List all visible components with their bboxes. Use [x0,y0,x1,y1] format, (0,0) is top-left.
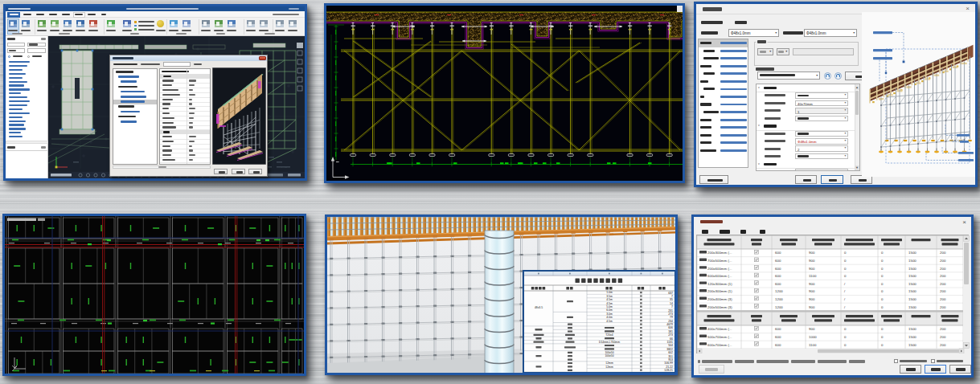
svg-text:600x600mm (...: 600x600mm (... [707,274,732,278]
svg-text:200: 200 [940,327,946,331]
svg-text:4.0m: 4.0m [606,316,613,319]
svg-text:700x500mm (...: 700x500mm (... [707,259,732,263]
svg-text:600x700mm (...: 600x700mm (... [707,343,732,347]
svg-text:200: 200 [940,343,946,347]
svg-text:1500: 1500 [908,289,916,293]
svg-text:7: 7 [671,295,673,298]
svg-text:1500: 1500 [908,327,916,331]
svg-text:1500: 1500 [908,274,916,278]
svg-text:200x300mm (...: 200x300mm (... [707,251,732,255]
svg-text:79: 79 [670,316,673,319]
svg-text:14: 14 [670,302,673,305]
svg-text:48x3.5: 48x3.5 [535,306,543,309]
svg-text:100x50: 100x50 [605,354,613,357]
svg-text:1500: 1500 [908,305,916,309]
svg-text:900: 900 [809,297,815,301]
svg-text:1131: 1131 [666,341,673,344]
svg-text:100x50: 100x50 [605,351,613,354]
svg-text:900: 900 [809,327,815,331]
svg-text:200: 200 [940,335,946,339]
svg-text:900: 900 [809,282,815,286]
svg-text:1000: 1000 [809,335,817,339]
svg-text:1500: 1500 [908,343,916,347]
svg-text:400x700mm (...: 400x700mm (... [707,327,732,331]
svg-text:200: 200 [940,267,946,271]
svg-text:900: 900 [809,289,815,293]
svg-text:273: 273 [668,333,673,337]
svg-text:600: 600 [775,282,781,286]
svg-text:1500: 1500 [908,335,916,339]
svg-text:606: 606 [668,326,673,329]
svg-text:1100: 1100 [809,274,817,278]
svg-text:1100: 1100 [809,343,817,347]
svg-text:273: 273 [668,313,673,316]
svg-text:120x300mm (1): 120x300mm (1) [707,282,732,286]
svg-text:200: 200 [940,274,946,278]
svg-text:200: 200 [940,251,946,255]
svg-text:637: 637 [668,292,673,295]
svg-text:200x500mm (3): 200x500mm (3) [707,305,732,309]
svg-text:953: 953 [668,358,673,362]
svg-text:200x300mm (1): 200x300mm (1) [707,289,732,293]
svg-text:1500: 1500 [908,251,916,255]
svg-text:600: 600 [775,327,781,331]
svg-text:200: 200 [940,289,946,293]
svg-text:T20x4: T20x4 [605,333,613,337]
svg-text:600: 600 [775,343,781,347]
svg-text:1200: 1200 [775,305,783,309]
svg-text:181: 181 [668,330,673,333]
svg-text:1.0m: 1.0m [606,291,613,294]
svg-text:1200: 1200 [775,289,783,293]
svg-text:128.21: 128.21 [664,369,673,372]
svg-text:200x400mm (3): 200x400mm (3) [707,297,732,301]
svg-text:600: 600 [775,274,781,278]
svg-text:1500: 1500 [908,259,916,263]
svg-text:600: 600 [775,335,781,339]
svg-text:900: 900 [809,251,815,255]
svg-text:200: 200 [940,297,946,301]
svg-text:5.0m: 5.0m [606,305,613,308]
svg-text:4.5m: 4.5m [606,298,613,301]
svg-text:234: 234 [668,320,673,323]
svg-text:1500: 1500 [908,267,916,271]
svg-text:600: 600 [775,251,781,255]
svg-text:900: 900 [809,305,815,309]
svg-text:200: 200 [940,305,946,309]
svg-text:600: 600 [775,267,781,271]
svg-text:351: 351 [668,355,673,358]
svg-text:1500: 1500 [908,282,916,286]
svg-text:200: 200 [940,282,946,286]
svg-text:600: 600 [775,259,781,263]
svg-text:900: 900 [809,259,815,263]
svg-text:1500: 1500 [908,297,916,301]
svg-text:3.0m: 3.0m [606,313,613,316]
svg-text:3.5m: 3.5m [606,295,613,298]
svg-text:4679: 4679 [666,323,673,326]
svg-text:35: 35 [670,298,673,301]
svg-text:602: 602 [668,351,673,354]
svg-text:66: 66 [670,337,673,341]
svg-text:500x700mm (...: 500x700mm (... [707,335,732,339]
svg-text:504: 504 [668,344,673,347]
svg-text:200: 200 [940,259,946,263]
svg-text:1200: 1200 [775,297,783,301]
svg-text:900: 900 [809,267,815,271]
svg-text:200x600mm (...: 200x600mm (... [707,267,732,271]
svg-text:D14mm,L700mm: D14mm,L700mm [599,341,620,344]
svg-text:21.22: 21.22 [666,366,673,369]
svg-text:106.99: 106.99 [664,362,673,365]
svg-text:4.5m: 4.5m [606,302,613,305]
svg-text:12mm: 12mm [605,366,613,369]
svg-text:7: 7 [671,305,673,308]
svg-text:4.5m: 4.5m [606,320,613,323]
svg-text:12mm: 12mm [605,362,613,365]
